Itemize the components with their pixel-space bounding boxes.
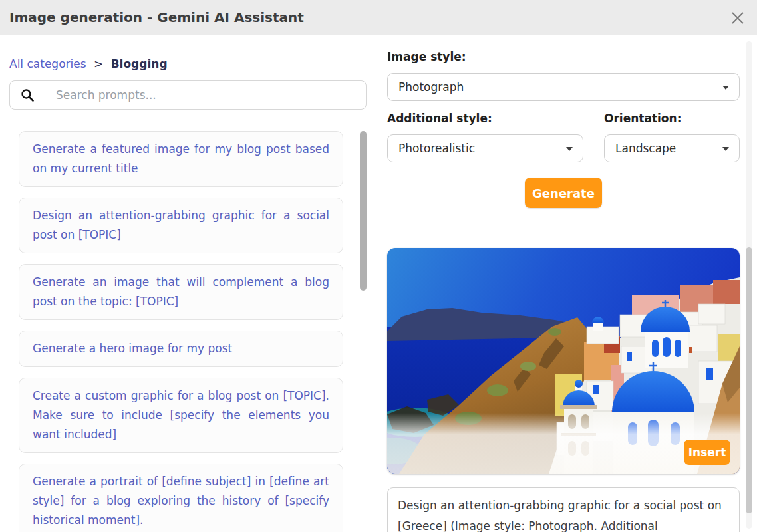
orientation-label: Orientation: <box>604 112 681 125</box>
generate-button[interactable]: Generate <box>525 178 602 208</box>
image-generation-dialog: Image generation - Gemini AI Assistant A… <box>0 0 757 532</box>
generation-panel: Image style: Photograph Additional style… <box>387 35 740 532</box>
close-icon[interactable] <box>729 9 746 27</box>
prompt-card[interactable]: Design an attention-grabbing graphic for… <box>19 198 343 253</box>
additional-style-value: Photorealistic <box>398 142 475 155</box>
breadcrumb-separator: > <box>94 57 103 70</box>
prompt-card[interactable]: Generate a featured image for my blog po… <box>19 131 343 187</box>
dialog-scrollbar-thumb[interactable] <box>746 247 752 513</box>
search-box <box>9 80 367 110</box>
breadcrumb-all-categories[interactable]: All categories <box>9 57 86 70</box>
prompt-card[interactable]: Generate a hero image for my post <box>19 331 343 367</box>
search-icon[interactable] <box>10 81 45 109</box>
dialog-header: Image generation - Gemini AI Assistant <box>0 0 757 35</box>
image-style-label: Image style: <box>387 50 466 63</box>
prompt-list: Generate a featured image for my blog po… <box>19 131 343 532</box>
prompt-card[interactable]: Generate a portrait of [define subject] … <box>19 464 343 532</box>
orientation-value: Landscape <box>615 142 676 155</box>
breadcrumb: All categories > Blogging <box>9 57 168 70</box>
result-prompt-textarea[interactable]: Design an attention-grabbing graphic for… <box>387 487 740 532</box>
orientation-select[interactable]: Landscape <box>604 134 740 162</box>
chevron-down-icon <box>566 147 573 151</box>
image-style-select[interactable]: Photograph <box>387 73 740 101</box>
prompt-browser-panel: All categories > Blogging Generate a fea… <box>9 35 367 532</box>
prompt-list-scrollbar[interactable] <box>360 131 367 291</box>
insert-button[interactable]: Insert <box>684 440 730 465</box>
search-input[interactable] <box>45 81 366 109</box>
additional-style-label: Additional style: <box>387 112 492 125</box>
prompt-card[interactable]: Create a custom graphic for a blog post … <box>19 378 343 453</box>
dialog-scrollbar-track[interactable] <box>746 41 752 529</box>
dialog-title: Image generation - Gemini AI Assistant <box>9 9 304 25</box>
prompt-card[interactable]: Generate an image that will complement a… <box>19 264 343 320</box>
additional-style-select[interactable]: Photorealistic <box>387 134 583 162</box>
image-style-value: Photograph <box>398 80 464 94</box>
breadcrumb-current-category: Blogging <box>111 57 168 70</box>
chevron-down-icon <box>722 86 729 90</box>
chevron-down-icon <box>722 147 729 151</box>
